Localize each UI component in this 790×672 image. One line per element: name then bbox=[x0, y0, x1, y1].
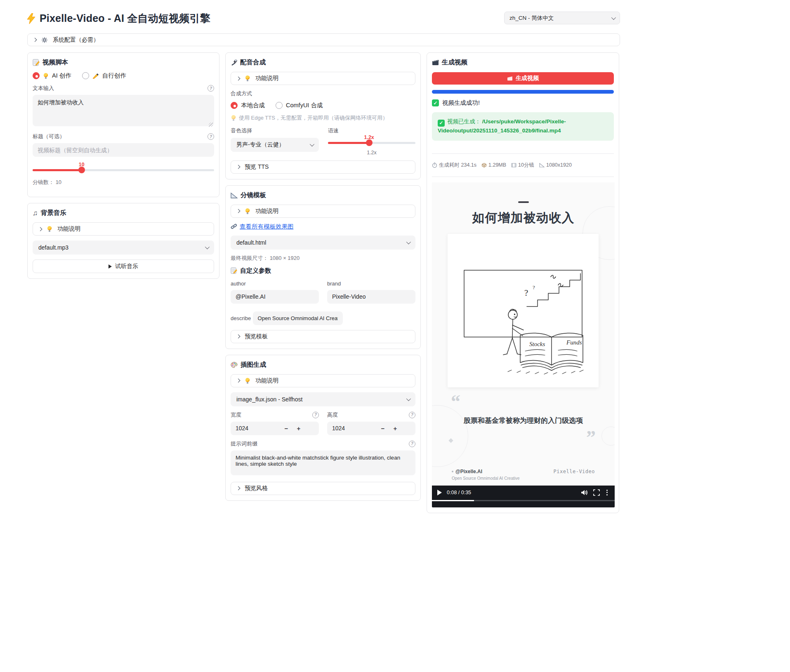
video-top-dash bbox=[518, 201, 529, 203]
more-icon[interactable] bbox=[605, 489, 609, 496]
width-stepper: − + bbox=[231, 422, 319, 435]
bullet-icon bbox=[452, 471, 453, 472]
minus-button[interactable]: − bbox=[377, 425, 389, 432]
video-progress[interactable] bbox=[432, 500, 615, 501]
chevron-right-icon bbox=[33, 38, 37, 42]
bgm-title: ♫ 背景音乐 bbox=[33, 209, 214, 217]
prompt-prefix-textarea[interactable]: Minimalist black-and-white matchstick fi… bbox=[231, 450, 415, 475]
speed-text: 1.2x bbox=[328, 150, 415, 156]
height-label: 高度 bbox=[327, 411, 338, 419]
clapper-icon bbox=[432, 59, 439, 66]
template-help-accordion[interactable]: 功能说明 bbox=[231, 205, 415, 218]
ruler-icon bbox=[231, 192, 238, 198]
radio-selected-icon bbox=[33, 72, 40, 79]
author-field[interactable] bbox=[231, 290, 319, 304]
plus-button[interactable]: + bbox=[389, 425, 401, 432]
mic-icon bbox=[231, 59, 237, 66]
bulb-icon bbox=[47, 226, 52, 232]
voice-select[interactable]: 男声-专业（云健） bbox=[231, 138, 319, 152]
ai-create-radio[interactable]: AI 创作 bbox=[33, 72, 71, 80]
divider bbox=[432, 177, 614, 177]
self-create-radio[interactable]: 自行创作 bbox=[82, 72, 126, 80]
slider-handle[interactable] bbox=[78, 167, 85, 173]
language-select[interactable]: zh_CN - 简体中文 bbox=[504, 12, 620, 24]
speed-label: 语速 bbox=[328, 127, 339, 134]
image-gen-title: 插图生成 bbox=[231, 361, 415, 369]
video-script-title: 视频脚本 bbox=[33, 58, 214, 67]
brand-field[interactable] bbox=[327, 290, 415, 304]
describe-field[interactable] bbox=[253, 311, 343, 325]
script-text-input[interactable]: 如何增加被动收入 bbox=[33, 95, 214, 126]
video-title: 如何增加被动收入 bbox=[432, 210, 615, 226]
gear-icon bbox=[41, 37, 48, 43]
help-icon[interactable]: ? bbox=[208, 85, 214, 92]
tts-help-accordion[interactable]: 功能说明 bbox=[231, 72, 415, 85]
voice-label: 音色选择 bbox=[231, 127, 252, 134]
quote-open-icon: “ bbox=[451, 391, 460, 413]
page-title: Pixelle-Video - AI 全自动短视频引擎 bbox=[27, 12, 210, 25]
minus-button[interactable]: − bbox=[280, 425, 292, 432]
bgm-select[interactable]: default.mp3 bbox=[33, 241, 214, 255]
video-caption: 股票和基金常被称为理财的入门级选项 bbox=[455, 415, 592, 426]
system-config-label: 系统配置（必需） bbox=[53, 36, 99, 44]
radio-unselected-icon bbox=[276, 102, 283, 109]
chevron-down-icon bbox=[406, 239, 411, 244]
chevron-right-icon bbox=[236, 335, 241, 339]
radio-unselected-icon bbox=[82, 72, 89, 79]
image-help-accordion[interactable]: 功能说明 bbox=[231, 374, 415, 387]
volume-icon[interactable] bbox=[581, 489, 588, 496]
template-gallery-link-row: 查看所有模板效果图 bbox=[231, 223, 415, 231]
width-input[interactable] bbox=[231, 425, 280, 431]
progress-bar bbox=[432, 90, 614, 94]
bgm-help-accordion[interactable]: 功能说明 bbox=[33, 222, 214, 236]
bulb-icon bbox=[43, 73, 49, 79]
workflow-select[interactable]: image_flux.json - Selfhost bbox=[231, 392, 415, 406]
video-player[interactable]: 如何增加被动收入 bbox=[432, 182, 615, 507]
template-preview-accordion[interactable]: 预览模板 bbox=[231, 330, 415, 343]
video-title-input[interactable] bbox=[33, 143, 214, 157]
style-preview-accordion[interactable]: 预览风格 bbox=[231, 482, 415, 495]
fullscreen-icon[interactable] bbox=[593, 489, 600, 496]
stat-duration: 生成耗时 234.1s bbox=[432, 162, 476, 169]
chevron-right-icon bbox=[236, 76, 241, 80]
tts-preview-accordion[interactable]: 预览 TTS bbox=[231, 160, 415, 174]
chevron-right-icon bbox=[236, 486, 241, 490]
help-icon[interactable]: ? bbox=[312, 412, 319, 418]
template-select[interactable]: default.html bbox=[231, 236, 415, 250]
resize-grip-icon[interactable] bbox=[209, 123, 213, 127]
template-title: 分镜模板 bbox=[231, 191, 415, 200]
stat-shots: 10分镜 bbox=[511, 162, 534, 169]
generate-button[interactable]: 生成视频 bbox=[432, 72, 614, 85]
tts-method-radios: 本地合成 ComfyUI 合成 bbox=[231, 101, 415, 109]
height-input[interactable] bbox=[327, 425, 377, 431]
play-button[interactable] bbox=[437, 490, 442, 495]
package-icon bbox=[481, 163, 487, 168]
storyboard-count: 分镜数： 10 bbox=[33, 179, 214, 186]
chevron-down-icon bbox=[205, 245, 210, 249]
app: Pixelle-Video - AI 全自动短视频引擎 zh_CN - 简体中文… bbox=[27, 0, 620, 513]
custom-params-title: 自定义参数 bbox=[231, 267, 415, 275]
bgm-play-button[interactable]: 试听音乐 bbox=[33, 259, 214, 273]
panel-generate: 生成视频 生成视频 ✓ 视频生成成功! ✓视频已生成： /Users/puke/… bbox=[427, 52, 619, 513]
question-mark-glyph: ? bbox=[524, 288, 528, 298]
template-gallery-link[interactable]: 查看所有模板效果图 bbox=[240, 223, 294, 231]
help-icon[interactable]: ? bbox=[208, 133, 214, 140]
help-icon[interactable]: ? bbox=[409, 412, 415, 418]
tts-comfyui-radio[interactable]: ComfyUI 合成 bbox=[276, 101, 323, 109]
speed-slider[interactable]: 1.2x bbox=[328, 135, 415, 144]
text-input-label: 文本输入 bbox=[33, 85, 54, 92]
chevron-down-icon bbox=[406, 396, 411, 401]
slider-track[interactable] bbox=[33, 169, 214, 171]
palette-icon bbox=[231, 362, 238, 368]
chevron-down-icon bbox=[611, 15, 616, 19]
system-config-accordion[interactable]: 系统配置（必需） bbox=[27, 33, 620, 46]
clapper-icon bbox=[507, 76, 513, 81]
slider-track[interactable] bbox=[328, 142, 415, 144]
help-icon[interactable]: ? bbox=[409, 441, 415, 447]
tts-local-radio[interactable]: 本地合成 bbox=[231, 101, 265, 109]
slider-handle[interactable] bbox=[366, 139, 373, 146]
tts-hint: 使用 Edge TTS，无需配置，开箱即用（请确保网络环境可用） bbox=[231, 114, 415, 122]
radio-selected-icon bbox=[231, 102, 238, 109]
storyboard-slider[interactable]: 10 bbox=[33, 163, 214, 171]
plus-button[interactable]: + bbox=[292, 425, 305, 432]
